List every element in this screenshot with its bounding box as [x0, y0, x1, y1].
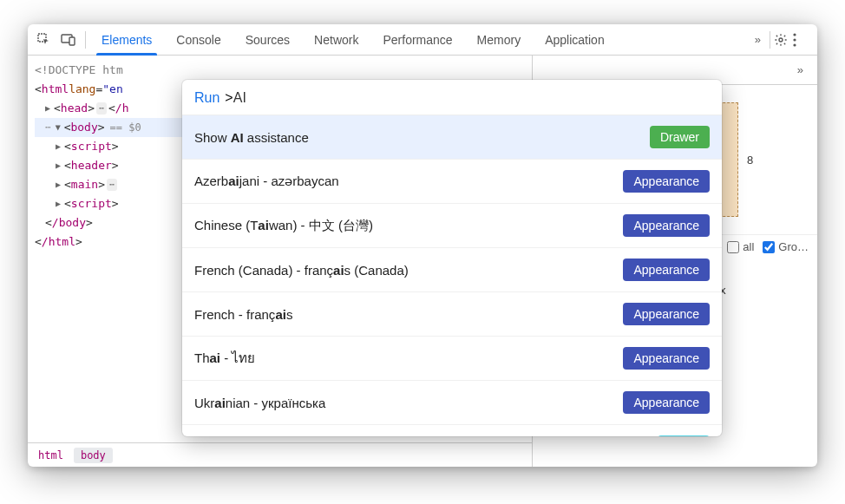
command-item-label: French - français — [194, 307, 292, 322]
tab-application[interactable]: Application — [533, 24, 617, 56]
selected-marker: == $0 — [110, 118, 141, 137]
expand-icon[interactable]: ▶ — [56, 156, 64, 175]
tab-console[interactable]: Console — [164, 24, 233, 56]
command-item-badge: Appearance — [623, 303, 710, 325]
expand-icon[interactable]: ▶ — [45, 99, 54, 118]
breadcrumb-item[interactable]: body — [74, 448, 113, 463]
sidebar-overflow-icon[interactable]: » — [792, 63, 809, 76]
collapse-icon[interactable]: ▼ — [56, 118, 64, 137]
command-run-label: Run — [194, 90, 219, 106]
command-menu-item[interactable]: Azerbaijani - azərbaycanAppearance — [182, 160, 722, 204]
command-menu-item[interactable]: Ukrainian - українськаAppearance — [182, 381, 722, 425]
dom-tag: script — [71, 137, 112, 156]
dom-tag: /h — [115, 99, 129, 118]
dom-breadcrumb: htmlbody — [28, 442, 532, 467]
tab-memory[interactable]: Memory — [465, 24, 534, 56]
group-checkbox[interactable]: Gro… — [763, 240, 809, 253]
settings-icon[interactable] — [774, 33, 793, 47]
dom-tag: /body — [52, 213, 86, 232]
dom-attr: lang — [69, 80, 95, 99]
svg-point-6 — [793, 43, 796, 46]
inspect-element-icon[interactable] — [33, 29, 56, 51]
dom-doctype: <!DOCTYPE htm — [35, 61, 123, 80]
device-toolbar-icon[interactable] — [57, 29, 80, 51]
svg-point-4 — [793, 33, 796, 36]
svg-point-5 — [793, 38, 796, 41]
command-item-badge: Appearance — [623, 347, 710, 370]
devtools-window: ElementsConsoleSourcesNetworkPerformance… — [28, 24, 817, 467]
command-menu-item[interactable]: Show ApplicationPanel — [182, 425, 722, 436]
box-model-value: 8 — [747, 154, 753, 167]
group-label: Gro… — [778, 240, 809, 253]
dom-val: "en — [102, 80, 122, 99]
command-item-label: Azerbaijani - azərbaycan — [194, 173, 339, 189]
show-all-checkbox[interactable]: all — [727, 240, 754, 253]
command-item-badge: Appearance — [623, 391, 710, 414]
tab-performance[interactable]: Performance — [370, 24, 464, 56]
command-item-label: French (Canada) - français (Canada) — [194, 263, 409, 278]
command-item-badge: Appearance — [623, 214, 710, 237]
command-menu: Run > Show AI assistanceDrawerAzerbaijan… — [182, 80, 722, 436]
toolbar-divider — [85, 31, 86, 49]
command-menu-header: Run > — [182, 80, 722, 115]
svg-point-3 — [779, 38, 783, 42]
row-actions-icon[interactable]: ⋯ — [45, 118, 52, 137]
tab-sources[interactable]: Sources — [233, 24, 302, 56]
command-item-label: Show AI assistance — [194, 130, 309, 145]
dom-tag: body — [70, 118, 97, 137]
command-menu-item[interactable]: Thai - ไทยAppearance — [182, 337, 722, 381]
command-query-prefix: > — [225, 90, 233, 106]
main-toolbar: ElementsConsoleSourcesNetworkPerformance… — [28, 24, 817, 56]
command-menu-list[interactable]: Show AI assistanceDrawerAzerbaijani - az… — [182, 115, 722, 436]
expand-icon[interactable]: ▶ — [56, 194, 64, 213]
command-item-label: Chinese (Taiwan) - 中文 (台灣) — [194, 218, 373, 234]
expand-icon[interactable]: ▶ — [56, 175, 64, 194]
command-item-badge: Appearance — [623, 259, 710, 281]
command-item-badge: Drawer — [650, 126, 710, 148]
tab-network[interactable]: Network — [302, 24, 370, 56]
command-menu-item[interactable]: French - françaisAppearance — [182, 292, 722, 337]
dom-tag: header — [71, 156, 112, 175]
dom-tag: script — [71, 194, 112, 213]
command-menu-item[interactable]: French (Canada) - français (Canada)Appea… — [182, 248, 722, 292]
tab-elements[interactable]: Elements — [89, 24, 164, 56]
command-input[interactable] — [233, 90, 710, 106]
command-menu-item[interactable]: Show AI assistanceDrawer — [182, 115, 722, 160]
dom-tag: head — [61, 99, 88, 118]
command-item-badge: Appearance — [623, 170, 710, 193]
tabs-overflow-icon[interactable]: » — [750, 33, 766, 46]
command-item-badge: Panel — [658, 435, 710, 436]
svg-rect-2 — [69, 37, 75, 45]
dom-tag: main — [71, 175, 98, 194]
panel-tabs: ElementsConsoleSourcesNetworkPerformance… — [89, 24, 750, 56]
command-item-label: Ukrainian - українська — [194, 396, 325, 410]
collapsed-icon[interactable]: ⋯ — [96, 102, 107, 115]
more-options-icon[interactable] — [793, 33, 812, 47]
toolbar-divider — [770, 31, 770, 49]
show-all-label: all — [743, 240, 754, 253]
expand-icon[interactable]: ▶ — [56, 137, 64, 156]
collapsed-icon[interactable]: ⋯ — [107, 179, 117, 191]
command-item-label: Thai - ไทย — [194, 348, 255, 369]
dom-tag: html — [42, 80, 69, 99]
breadcrumb-item[interactable]: html — [31, 448, 70, 463]
dom-tag: /html — [42, 232, 75, 252]
command-menu-item[interactable]: Chinese (Taiwan) - 中文 (台灣)Appearance — [182, 204, 722, 248]
